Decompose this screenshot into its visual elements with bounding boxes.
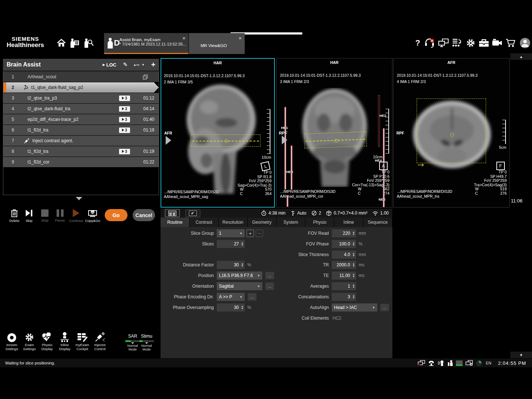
autoalign-more-button[interactable]: ... xyxy=(380,304,389,311)
dual-monitor-button[interactable] xyxy=(438,37,449,48)
phase-encoding-more-button[interactable]: ... xyxy=(248,293,256,301)
exam-settings-button[interactable]: ExamSettings xyxy=(21,331,38,351)
stepper-icons[interactable]: ▲▼ xyxy=(351,263,356,267)
expand-list-arrow[interactable] xyxy=(76,197,82,200)
inroom-settings-button[interactable]: InroomSettings xyxy=(3,331,21,351)
inline-display-button[interactable]: InlineDisplay xyxy=(56,331,73,351)
viewport-axial[interactable]: AFR 2019.10.01-14:15:01-DST-1.3.12.2.110… xyxy=(393,58,510,208)
stepper-icons[interactable]: ▲▼ xyxy=(240,242,245,246)
fov-phase-input[interactable]: 100.0▲▼ xyxy=(332,240,356,248)
user-account-button[interactable] xyxy=(520,37,531,48)
stepper-icons[interactable]: ▲▼ xyxy=(240,263,245,267)
orientation-more-button[interactable]: ... xyxy=(265,283,274,290)
stepper-icons[interactable]: ▲▼ xyxy=(351,284,356,288)
tab-inline[interactable]: Inline xyxy=(334,218,363,227)
patient-registration-button[interactable] xyxy=(69,37,80,48)
injector-control-button[interactable]: InjectorControl xyxy=(91,331,109,351)
tr-input[interactable]: 2000.0▲▼ xyxy=(332,261,356,269)
edit-pen-icon[interactable]: ✎ xyxy=(123,61,128,68)
autoalign-dropdown[interactable]: Head > IAC▼ xyxy=(332,303,377,312)
tab-routine[interactable]: Routine xyxy=(161,218,190,227)
list-item[interactable]: 5 ep2d_diff_4scan-trace_p2 3 01:40 xyxy=(3,114,159,125)
screens-off-icon[interactable] xyxy=(466,360,473,366)
stepper-icons[interactable]: ▲▼ xyxy=(351,242,356,246)
phase-oversampling-input[interactable]: 30▲▼ xyxy=(217,303,245,312)
te-input[interactable]: 11.00▲▼ xyxy=(332,272,356,280)
list-item[interactable]: 8 t1_fl2d_tra 3 01:19 xyxy=(3,146,159,157)
add-slice-group-button[interactable]: + xyxy=(247,230,254,237)
tab-exam[interactable]: × D Assist Brain, myExam * 7/24/1981 M 2… xyxy=(104,33,188,54)
stepper-icons[interactable]: ▲▼ xyxy=(351,231,356,236)
delete-button[interactable]: Delete xyxy=(6,209,22,223)
slice-thickness-input[interactable]: 4.0▲▼ xyxy=(332,251,356,259)
home-button[interactable] xyxy=(56,37,67,48)
settings-button[interactable] xyxy=(465,37,476,48)
tools-button[interactable] xyxy=(478,37,489,48)
stepper-icons[interactable]: ▲▼ xyxy=(240,305,245,310)
patient-position-icon[interactable] xyxy=(447,360,453,366)
scroll-down-button[interactable]: ▼ xyxy=(510,352,532,358)
viewport-coronal[interactable]: HAR 2019.10.01-14:15:01-DST-1.3.12.2.110… xyxy=(276,58,392,208)
list-item[interactable]: 9 t1_fl2d_cor 01:22 xyxy=(3,157,159,167)
fov-box[interactable] xyxy=(417,98,486,163)
phone-icon[interactable] xyxy=(428,360,435,366)
list-item[interactable]: 6 t1_fl2d_tra 3 01:19 xyxy=(3,125,159,135)
viewport-sagittal[interactable]: HAR 2019.10.01-14:15:01-DST-1.3.12.2.110… xyxy=(161,58,275,208)
slice-center-handle[interactable] xyxy=(450,133,454,137)
apply-send-button[interactable] xyxy=(186,209,200,217)
add-step-button[interactable]: + xyxy=(151,61,155,69)
slice-group-box[interactable] xyxy=(304,132,367,148)
service-support-button[interactable] xyxy=(424,37,435,48)
language-indicator[interactable]: EN xyxy=(486,361,491,365)
list-item[interactable]: 7 Inject contrast agent. xyxy=(3,136,159,146)
concatenations-input[interactable]: 3▲▼ xyxy=(332,293,356,301)
phase-encoding-dropdown[interactable]: A >> P▼ xyxy=(217,293,245,301)
tab-resolution[interactable]: Resolution xyxy=(219,218,248,227)
list-item[interactable]: 1 AAhead_scout xyxy=(3,72,159,82)
recording-button[interactable] xyxy=(492,37,503,48)
stack-arrow[interactable] xyxy=(282,136,287,144)
view-options-icon[interactable]: ▸▪▪ xyxy=(134,63,140,67)
help-button[interactable]: ? xyxy=(412,37,423,48)
myexam-cockpit-button[interactable]: myExamCockpit xyxy=(73,331,91,351)
distance-factor-input[interactable]: 30▲▼ xyxy=(217,261,245,269)
copy-go-button[interactable]: Go Copy&Go xyxy=(85,209,101,223)
tab-physio[interactable]: Physio xyxy=(305,218,334,227)
chevron-down-icon[interactable]: ▼ xyxy=(141,63,144,66)
stepper-icons[interactable]: ▲▼ xyxy=(351,273,356,278)
slice-center-handle[interactable] xyxy=(334,139,338,143)
orientation-cube[interactable]: F xyxy=(496,162,505,170)
position-more-button[interactable]: ... xyxy=(265,272,274,279)
list-item-selected[interactable]: 2 t1_qtse_dark-fluid_sag_p2 xyxy=(3,82,159,93)
tab-geometry[interactable]: Geometry xyxy=(248,218,277,227)
tab-contrast[interactable]: Contrast xyxy=(190,218,219,227)
parameter-card-button[interactable] xyxy=(165,209,180,217)
slice-group-box[interactable] xyxy=(191,134,260,147)
list-item[interactable]: 3 t2_qtse_tra_p3 3 01:12 xyxy=(3,93,159,103)
patient-browser-button[interactable] xyxy=(83,37,94,48)
fov-read-input[interactable]: 220▲▼ xyxy=(332,229,356,237)
shop-button[interactable] xyxy=(505,37,516,48)
go-button[interactable]: Go xyxy=(105,209,127,221)
transfer-queue-button[interactable] xyxy=(452,37,463,48)
stack-arrow[interactable] xyxy=(166,136,171,145)
averages-input[interactable]: 1▲▼ xyxy=(332,282,356,290)
stepper-icons[interactable]: ▲▼ xyxy=(351,252,356,257)
list-item[interactable]: 4 t2_qtse_dark-fluid_tra 3 04:14 xyxy=(3,104,159,114)
position-dropdown[interactable]: L16.5 P36.9 F7.6▼ xyxy=(217,272,262,280)
remote-desktop-icon[interactable] xyxy=(418,360,425,366)
orientation-cube[interactable]: A xyxy=(379,162,388,170)
loc-button[interactable]: LOC xyxy=(106,62,116,68)
close-icon[interactable]: × xyxy=(238,35,242,41)
slice-center-handle[interactable] xyxy=(224,139,228,143)
tab-system[interactable]: System xyxy=(277,218,306,227)
scroll-up-button[interactable]: ▲ xyxy=(510,53,532,60)
physio-display-button[interactable]: PhysioDisplay xyxy=(38,331,56,351)
orientation-dropdown[interactable]: Sagittal▼ xyxy=(217,282,262,290)
tab-mr-viewgo[interactable]: × MR View&GO xyxy=(189,33,245,54)
skip-button[interactable]: Skip xyxy=(21,209,37,223)
tab-sequence[interactable]: Sequence xyxy=(363,218,392,227)
slices-input[interactable]: 27▲▼ xyxy=(217,240,245,248)
intercom-icon[interactable] xyxy=(438,360,445,366)
cancel-button[interactable]: Cancel xyxy=(133,209,155,221)
